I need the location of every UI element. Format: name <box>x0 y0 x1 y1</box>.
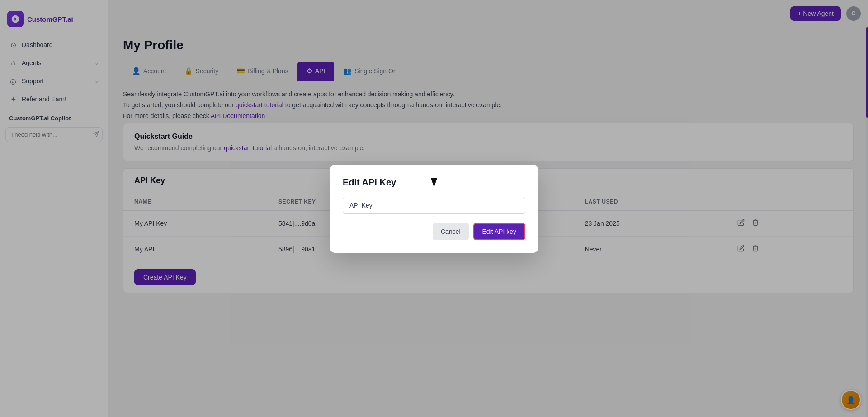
cancel-button[interactable]: Cancel <box>433 223 469 240</box>
edit-api-key-modal: Edit API Key Cancel Edit API key <box>330 165 538 253</box>
edit-api-key-confirm-button[interactable]: Edit API key <box>473 223 525 240</box>
modal-overlay[interactable]: Edit API Key Cancel Edit API key <box>0 0 868 417</box>
modal-actions: Cancel Edit API key <box>343 223 525 240</box>
modal-api-key-input[interactable] <box>343 197 525 214</box>
svg-marker-3 <box>431 178 437 187</box>
arrow-annotation <box>427 137 441 192</box>
